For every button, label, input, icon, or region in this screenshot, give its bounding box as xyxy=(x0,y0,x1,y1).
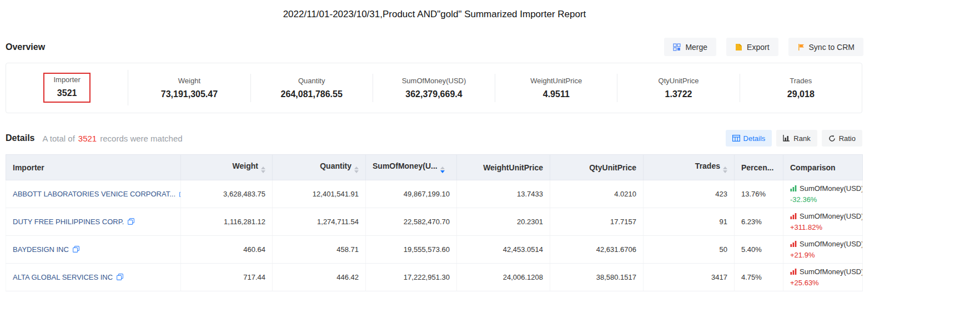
stat-value: 1.3722 xyxy=(617,89,739,99)
tab-rank-label: Rank xyxy=(793,134,810,143)
report-page: 2022/11/01-2023/10/31,Product AND"gold" … xyxy=(0,0,863,291)
stat-value: 73,191,305.47 xyxy=(128,89,250,99)
stat-label: Quantity xyxy=(251,77,373,85)
comparison-metric-label: SumOfMoney(USD) xyxy=(800,212,863,220)
merge-button-label: Merge xyxy=(685,43,707,52)
percentage-cell: 6.23% xyxy=(735,208,783,236)
sum-of-money-cell: 22,582,470.70 xyxy=(366,208,457,236)
weight-unit-price-cell: 20.2301 xyxy=(457,208,550,236)
stat-value: 3521 xyxy=(53,88,80,98)
trades-cell: 50 xyxy=(644,236,735,264)
matched-count: 3521 xyxy=(78,134,97,143)
export-icon xyxy=(735,43,742,51)
table-row: DUTY FREE PHILIPPINES CORP. 1,116,281.12… xyxy=(6,208,863,236)
col-header-qty-unit-price: QtyUnitPrice xyxy=(550,155,644,180)
qty-unit-price-cell: 4.0210 xyxy=(550,180,644,208)
stat-weight-unit-price: WeightUnitPrice 4.9511 xyxy=(495,74,617,102)
comparison-cell: SumOfMoney(USD) -32.36% xyxy=(783,180,863,208)
sum-of-money-cell: 17,222,951.30 xyxy=(366,264,457,291)
table-row: ABBOTT LABORATORIES VENICE CORPORAT... 3… xyxy=(6,180,863,208)
weight-cell: 3,628,483.75 xyxy=(181,180,273,208)
comparison-cell: SumOfMoney(USD) +21.9% xyxy=(783,236,863,264)
importer-cell: DUTY FREE PHILIPPINES CORP. xyxy=(6,208,181,236)
trades-cell: 3417 xyxy=(644,264,735,291)
trades-cell: 91 xyxy=(644,208,735,236)
table-row: BAYDESIGN INC 460.64 458.71 19,555,573.6… xyxy=(6,236,863,264)
page-title: 2022/11/01-2023/10/31,Product AND"gold" … xyxy=(6,0,863,20)
merge-button[interactable]: Merge xyxy=(664,38,716,56)
overview-stats: Importer 3521 Weight 73,191,305.47 Quant… xyxy=(6,63,862,113)
stat-label: Trades xyxy=(740,77,862,85)
trend-chart-icon xyxy=(790,269,797,275)
view-tabs: Details Rank Ratio xyxy=(726,130,862,147)
col-header-trades[interactable]: Trades xyxy=(644,155,735,180)
importers-table: Importer Weight Quantity SumOfMoney(U...… xyxy=(6,154,863,291)
comparison-change: -32.36% xyxy=(790,195,856,204)
tab-ratio-label: Ratio xyxy=(839,134,856,143)
col-header-sum-of-money[interactable]: SumOfMoney(U... xyxy=(366,155,457,180)
sort-icon xyxy=(354,166,359,173)
importer-link[interactable]: DUTY FREE PHILIPPINES CORP. xyxy=(13,218,124,226)
percentage-cell: 13.76% xyxy=(735,180,783,208)
importer-cell: BAYDESIGN INC xyxy=(6,236,181,264)
tab-rank[interactable]: Rank xyxy=(776,130,817,147)
trades-cell: 423 xyxy=(644,180,735,208)
summary-suffix: records were matched xyxy=(100,134,182,143)
bar-chart-icon xyxy=(783,135,790,142)
comparison-metric-label: SumOfMoney(USD) xyxy=(800,184,863,193)
flag-icon xyxy=(797,43,805,51)
table-header-row: Importer Weight Quantity SumOfMoney(U...… xyxy=(6,155,863,180)
qty-unit-price-cell: 38,580.1517 xyxy=(550,264,644,291)
stat-sum-of-money: SumOfMoney(USD) 362,379,669.4 xyxy=(373,74,495,102)
copy-icon[interactable] xyxy=(73,246,79,254)
details-title: Details xyxy=(6,133,34,143)
export-button[interactable]: Export xyxy=(726,38,778,56)
stat-trades: Trades 29,018 xyxy=(740,74,862,102)
col-header-importer: Importer xyxy=(6,155,181,180)
sum-of-money-cell: 19,555,573.60 xyxy=(366,236,457,264)
quantity-cell: 1,274,711.54 xyxy=(273,208,366,236)
comparison-change: +311.82% xyxy=(790,223,856,231)
importer-link[interactable]: BAYDESIGN INC xyxy=(13,245,69,254)
copy-icon[interactable] xyxy=(117,274,123,282)
sum-of-money-cell: 49,867,199.10 xyxy=(366,180,457,208)
copy-icon[interactable] xyxy=(128,218,134,226)
comparison-metric-line: SumOfMoney(USD) xyxy=(790,212,856,220)
records-summary: A total of 3521 records were matched xyxy=(42,134,182,143)
col-header-quantity[interactable]: Quantity xyxy=(273,155,366,180)
toolbar: Merge Export Sync to CRM xyxy=(664,38,863,56)
overview-header: Overview Merge Export Sync to CRM xyxy=(6,38,863,56)
comparison-metric-label: SumOfMoney(USD) xyxy=(800,267,863,276)
sort-icon xyxy=(261,166,265,173)
col-header-comparison: Comparison xyxy=(783,155,863,180)
comparison-metric-line: SumOfMoney(USD) xyxy=(790,267,856,276)
stat-weight: Weight 73,191,305.47 xyxy=(128,74,250,102)
importer-link[interactable]: ABBOTT LABORATORIES VENICE CORPORAT... xyxy=(13,190,175,198)
col-header-weight[interactable]: Weight xyxy=(181,155,273,180)
col-header-percentage: Percen... xyxy=(735,155,783,180)
comparison-change: +21.9% xyxy=(790,251,856,259)
importer-cell: ABBOTT LABORATORIES VENICE CORPORAT... xyxy=(6,180,181,208)
stat-quantity: Quantity 264,081,786.55 xyxy=(251,74,373,102)
stat-importer: Importer 3521 xyxy=(6,70,128,105)
comparison-cell: SumOfMoney(USD) +311.82% xyxy=(783,208,863,236)
sync-to-crm-button[interactable]: Sync to CRM xyxy=(788,38,863,56)
stat-qty-unit-price: QtyUnitPrice 1.3722 xyxy=(617,74,740,102)
tab-details[interactable]: Details xyxy=(726,130,772,147)
percentage-cell: 5.40% xyxy=(735,236,783,264)
comparison-metric-label: SumOfMoney(USD) xyxy=(800,240,863,248)
details-header: Details A total of 3521 records were mat… xyxy=(6,130,862,147)
quantity-cell: 12,401,541.91 xyxy=(273,180,366,208)
weight-unit-price-cell: 13.7433 xyxy=(457,180,550,208)
importer-link[interactable]: ALTA GLOBAL SERVICES INC xyxy=(13,273,113,281)
tab-ratio[interactable]: Ratio xyxy=(822,130,862,147)
qty-unit-price-cell: 17.7157 xyxy=(550,208,644,236)
sync-to-crm-button-label: Sync to CRM xyxy=(809,43,855,52)
weight-cell: 717.44 xyxy=(181,264,273,291)
stat-label: Weight xyxy=(128,77,250,85)
table-grid-icon xyxy=(732,135,740,142)
weight-unit-price-cell: 42,453.0514 xyxy=(457,236,550,264)
weight-unit-price-cell: 24,006.1208 xyxy=(457,264,550,291)
percentage-cell: 4.75% xyxy=(735,264,783,291)
overview-title: Overview xyxy=(6,42,45,52)
